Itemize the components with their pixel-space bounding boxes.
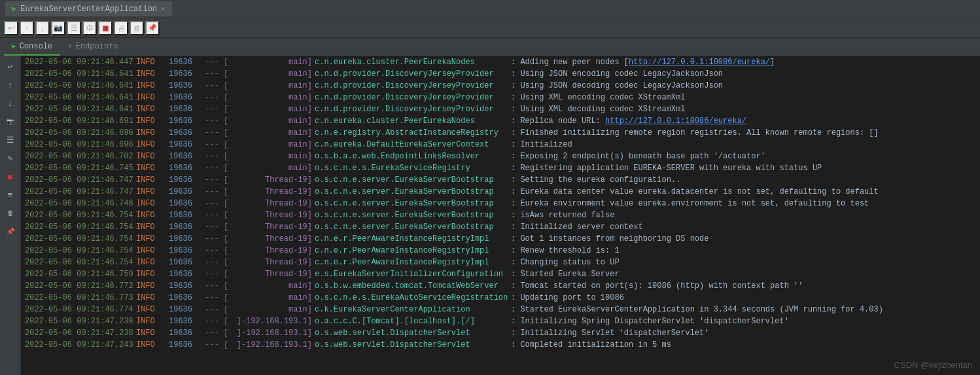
camera-button[interactable]: 📷	[51, 21, 65, 35]
log-thread: main]	[230, 68, 315, 80]
log-timestamp: 2022-05-06 09:21:46.774	[25, 304, 136, 315]
log-level: INFO	[136, 221, 169, 233]
log-logger: o.s.c.n.e.s.EurekaAutoServiceRegistratio…	[315, 292, 511, 304]
log-timestamp: 2022-05-06 09:21:47.238	[25, 315, 136, 327]
print-button[interactable]: 🖨	[114, 21, 128, 35]
log-thread: Thread-19]	[230, 221, 315, 233]
log-timestamp: 2022-05-06 09:21:46.691	[25, 115, 136, 127]
pin-button[interactable]: 📌	[145, 21, 160, 35]
log-thread: Thread-19]	[230, 209, 315, 221]
toolbar: ↩ ↑ ↓ 📷 ☰ ⚙ ◼ 🖨 🗑 📌	[0, 18, 980, 38]
log-link[interactable]: http://127.0.0.1:10086/eureka/	[605, 116, 746, 126]
log-row: 2022-05-06 09:21:46.748 INFO 19636 --- […	[21, 198, 980, 209]
log-logger: c.n.e.registry.AbstractInstanceRegistry	[315, 127, 511, 139]
log-sep: --- [	[205, 198, 230, 209]
stop-button[interactable]: ◼	[98, 21, 113, 35]
log-thread-id: 19636	[169, 280, 205, 292]
log-row: 2022-05-06 09:21:46.754 INFO 19636 --- […	[21, 209, 980, 221]
log-level: INFO	[136, 162, 169, 174]
log-sep: --- [	[205, 221, 230, 233]
log-logger: c.n.d.provider.DiscoveryJerseyProvider	[315, 92, 511, 103]
sidebar-rerun-button[interactable]: ↩	[3, 59, 18, 75]
log-message: : Eureka data center value eureka.datace…	[511, 186, 976, 198]
log-logger: o.s.b.w.embedded.tomcat.TomcatWebServer	[315, 280, 511, 292]
log-level: INFO	[136, 292, 169, 304]
log-timestamp: 2022-05-06 09:21:46.747	[25, 174, 136, 186]
log-timestamp: 2022-05-06 09:21:46.748	[25, 198, 136, 209]
log-thread-id: 19636	[169, 198, 205, 209]
log-row: 2022-05-06 09:21:46.747 INFO 19636 --- […	[21, 186, 980, 198]
log-level: INFO	[136, 268, 169, 280]
log-row: 2022-05-06 09:21:46.754 INFO 19636 --- […	[21, 257, 980, 268]
log-message: : Initializing Servlet 'dispatcherServle…	[511, 327, 976, 339]
log-level: INFO	[136, 56, 169, 68]
settings-button[interactable]: ⚙	[82, 21, 97, 35]
log-thread: main]	[230, 292, 315, 304]
log-row: 2022-05-06 09:21:46.641 INFO 19636 --- […	[21, 92, 980, 103]
log-level: INFO	[136, 92, 169, 103]
log-logger: c.n.d.provider.DiscoveryJerseyProvider	[315, 103, 511, 115]
log-thread: main]	[230, 280, 315, 292]
log-timestamp: 2022-05-06 09:21:47.238	[25, 327, 136, 339]
log-thread-id: 19636	[169, 315, 205, 327]
tab-bar: ▶ Console ⚡ Endpoints	[0, 38, 980, 56]
delete-button[interactable]: 🗑	[130, 21, 144, 35]
log-logger: c.n.eureka.cluster.PeerEurekaNodes	[315, 115, 511, 127]
log-thread: main]	[230, 80, 315, 92]
sidebar-scroll-down-button[interactable]: ↓	[3, 96, 18, 111]
scroll-down-button[interactable]: ↓	[35, 21, 50, 35]
log-level: INFO	[136, 186, 169, 198]
close-icon[interactable]: ×	[161, 5, 166, 13]
log-logger: o.s.web.servlet.DispatcherServlet	[315, 339, 511, 351]
log-row: 2022-05-06 09:21:46.747 INFO 19636 --- […	[21, 174, 980, 186]
log-row: 2022-05-06 09:21:46.696 INFO 19636 --- […	[21, 139, 980, 151]
sidebar-edit-button[interactable]: ✎	[3, 151, 18, 166]
scroll-up-button[interactable]: ↑	[20, 21, 34, 35]
log-sep: --- [	[205, 162, 230, 174]
log-thread: Thread-19]	[230, 198, 315, 209]
left-sidebar: ↩ ↑ ↓ 📷 ☰ ✎ ◼ ≡ 🗑 📌	[0, 56, 21, 375]
log-level: INFO	[136, 151, 169, 162]
log-level: INFO	[136, 257, 169, 268]
sidebar-scroll-up-button[interactable]: ↑	[3, 77, 18, 93]
app-tab[interactable]: ▶ EurekaServerCenterApplication ×	[5, 1, 172, 16]
sidebar-camera-button[interactable]: 📷	[3, 114, 18, 130]
endpoints-tab[interactable]: ⚡ Endpoints	[60, 39, 126, 56]
log-timestamp: 2022-05-06 09:21:46.747	[25, 186, 136, 198]
console-tab[interactable]: ▶ Console	[4, 39, 60, 56]
log-thread-id: 19636	[169, 56, 205, 68]
log-message: : Setting the eureka configuration..	[511, 174, 976, 186]
log-message: : Completed initialization in 5 ms	[511, 339, 976, 351]
log-thread: main]	[230, 103, 315, 115]
log-level: INFO	[136, 103, 169, 115]
log-thread-id: 19636	[169, 339, 205, 351]
rerun-button[interactable]: ↩	[4, 21, 18, 35]
log-sep: --- [	[205, 127, 230, 139]
log-row: 2022-05-06 09:21:46.754 INFO 19636 --- […	[21, 245, 980, 257]
log-link[interactable]: http://127.0.0.1:10086/eureka/	[629, 58, 770, 67]
log-thread-id: 19636	[169, 327, 205, 339]
log-thread: ]-192.168.193.1]	[230, 315, 315, 327]
log-thread-id: 19636	[169, 127, 205, 139]
log-message: : Got 1 instances from neighboring DS no…	[511, 233, 976, 245]
sidebar-filter-button[interactable]: ☰	[3, 132, 18, 148]
log-logger: o.s.c.n.e.server.EurekaServerBootstrap	[315, 198, 511, 209]
log-logger: c.n.eureka.DefaultEurekaServerContext	[315, 139, 511, 151]
sidebar-stop-button[interactable]: ◼	[3, 169, 18, 185]
filter-button[interactable]: ☰	[67, 21, 81, 35]
log-message: : Renew threshold is: 1	[511, 245, 976, 257]
log-message: : isAws returned false	[511, 209, 976, 221]
log-sep: --- [	[205, 80, 230, 92]
log-level: INFO	[136, 327, 169, 339]
sidebar-pin-button[interactable]: 📌	[3, 224, 18, 240]
log-sep: --- [	[205, 315, 230, 327]
log-thread-id: 19636	[169, 115, 205, 127]
log-timestamp: 2022-05-06 09:21:46.641	[25, 92, 136, 103]
log-thread: main]	[230, 115, 315, 127]
log-sep: --- [	[205, 56, 230, 68]
log-logger: o.s.c.n.e.s.EurekaServiceRegistry	[315, 162, 511, 174]
sidebar-list-button[interactable]: ≡	[3, 187, 18, 203]
log-message: : Initialized server context	[511, 221, 976, 233]
sidebar-delete-button[interactable]: 🗑	[3, 205, 18, 221]
log-panel[interactable]: 2022-05-06 09:21:46.447 INFO 19636 --- […	[21, 56, 980, 375]
